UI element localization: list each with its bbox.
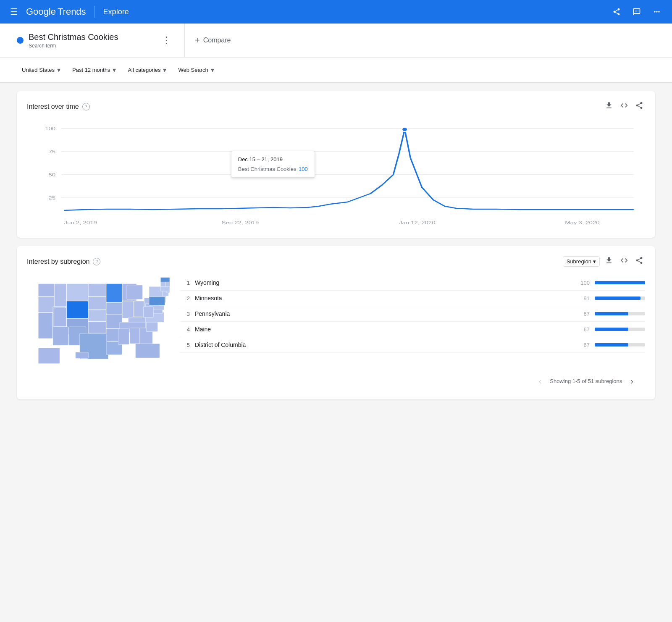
header-logo: Google Trends — [26, 6, 86, 17]
interest-by-subregion-card: Interest by subregion ? Subregion ▾ — [17, 246, 655, 399]
pagination-label: Showing 1-5 of 51 subregions — [550, 378, 622, 384]
time-chevron: ▾ — [113, 66, 116, 74]
svg-text:25: 25 — [48, 195, 55, 201]
card-header-subregion: Interest by subregion ? Subregion ▾ — [27, 255, 645, 268]
subregion-help-icon[interactable]: ? — [93, 258, 100, 265]
subregion-share-button[interactable] — [633, 255, 645, 268]
svg-rect-14 — [38, 297, 54, 312]
header-actions — [608, 3, 665, 20]
subregion-value: 91 — [573, 295, 590, 302]
svg-text:Jan 12, 2020: Jan 12, 2020 — [399, 220, 436, 226]
subregion-bar-container — [595, 312, 645, 315]
svg-rect-45 — [135, 344, 160, 358]
list-item: 4 Maine 67 — [180, 322, 645, 337]
compare-plus-icon: + — [195, 36, 200, 45]
header-divider — [94, 6, 95, 18]
svg-rect-36 — [127, 285, 142, 299]
apps-icon[interactable] — [648, 3, 665, 20]
list-item: 1 Wyoming 100 — [180, 275, 645, 291]
time-filter[interactable]: Past 12 months ▾ — [67, 63, 121, 77]
svg-text:Jun 2, 2019: Jun 2, 2019 — [64, 220, 97, 226]
svg-rect-62 — [76, 352, 89, 359]
subregion-list: 1 Wyoming 100 2 Minnesota 91 3 Pennsylva… — [180, 275, 645, 353]
svg-text:75: 75 — [48, 149, 55, 155]
search-area: Best Christmas Cookies Search term ⋮ + C… — [0, 24, 672, 58]
svg-text:50: 50 — [48, 172, 55, 178]
svg-rect-42 — [130, 328, 141, 344]
search-type-chevron: ▾ — [211, 66, 214, 74]
subregion-bar-container — [595, 281, 645, 284]
location-filter[interactable]: United States ▾ — [17, 63, 66, 77]
feedback-icon[interactable] — [628, 3, 645, 20]
subregion-name: Maine — [195, 326, 568, 333]
subregion-name: Wyoming — [195, 279, 568, 286]
svg-rect-26 — [88, 310, 106, 321]
svg-rect-21 — [54, 308, 66, 326]
card-header-interest: Interest over time ? — [27, 100, 645, 113]
more-options-button[interactable]: ⋮ — [158, 31, 174, 49]
svg-text:May 3, 2020: May 3, 2020 — [565, 220, 599, 226]
subregion-value: 67 — [573, 326, 590, 333]
subregion-dropdown-label: Subregion — [567, 258, 591, 265]
subregion-rank: 2 — [180, 295, 190, 302]
share-chart-button[interactable] — [633, 100, 645, 113]
svg-rect-13 — [38, 283, 54, 297]
chart-container: 100 75 50 25 Jun 2, 2019 Sep 22, 2019 Ja… — [27, 120, 645, 229]
subregion-bar-container — [595, 328, 645, 331]
category-label: All categories — [128, 67, 160, 73]
location-label: United States — [22, 67, 55, 73]
subregion-content: 1 Wyoming 100 2 Minnesota 91 3 Pennsylva… — [27, 275, 645, 368]
subregion-rank: 3 — [180, 311, 190, 317]
compare-button[interactable]: + Compare — [185, 24, 241, 57]
pagination-next-button[interactable]: › — [629, 375, 635, 388]
subregion-rank: 1 — [180, 280, 190, 286]
menu-icon[interactable]: ☰ — [7, 3, 21, 20]
interest-over-time-card: Interest over time ? — [17, 91, 655, 238]
search-type-filter[interactable]: Web Search ▾ — [173, 63, 219, 77]
svg-rect-38 — [134, 301, 144, 317]
subregion-dropdown-chevron: ▾ — [593, 258, 596, 265]
interest-over-time-title: Interest over time — [27, 103, 79, 110]
google-wordmark: Google — [26, 6, 56, 17]
embed-button[interactable] — [618, 100, 630, 113]
subregion-title: Interest by subregion — [27, 258, 89, 265]
subregion-dropdown[interactable]: Subregion ▾ — [563, 256, 600, 267]
compare-label: Compare — [203, 37, 231, 44]
subregion-rank: 4 — [180, 326, 190, 333]
pagination-prev-button[interactable]: ‹ — [537, 375, 543, 388]
us-map-container — [27, 275, 170, 368]
svg-rect-19 — [67, 301, 88, 318]
trends-wordmark: Trends — [58, 6, 86, 17]
subregion-embed-button[interactable] — [618, 255, 630, 268]
subregion-value: 67 — [573, 311, 590, 317]
share-icon[interactable] — [608, 3, 625, 20]
svg-rect-57 — [160, 286, 170, 291]
subregion-value: 67 — [573, 342, 590, 348]
svg-rect-46 — [146, 321, 158, 332]
svg-rect-60 — [160, 277, 170, 282]
subregion-name: District of Columbia — [195, 341, 568, 348]
svg-rect-17 — [54, 283, 66, 306]
svg-point-12 — [402, 127, 408, 131]
us-map-svg — [27, 275, 170, 367]
filters-row: United States ▾ Past 12 months ▾ All cat… — [0, 58, 672, 83]
header: ☰ Google Trends Explore — [0, 0, 672, 24]
search-row: Best Christmas Cookies Search term ⋮ + C… — [17, 24, 655, 57]
download-button[interactable] — [603, 100, 615, 113]
list-item: 5 District of Columbia 67 — [180, 337, 645, 353]
svg-rect-15 — [38, 313, 52, 339]
svg-rect-61 — [38, 348, 60, 363]
time-label: Past 12 months — [72, 67, 110, 73]
location-chevron: ▾ — [57, 66, 60, 74]
subregion-name: Pennsylvania — [195, 310, 568, 317]
category-chevron: ▾ — [163, 66, 166, 74]
interest-help-icon[interactable]: ? — [82, 103, 90, 110]
category-filter[interactable]: All categories ▾ — [123, 63, 171, 77]
subregion-bar-container — [595, 297, 645, 300]
card-title-row: Interest over time ? — [27, 103, 90, 110]
svg-text:100: 100 — [45, 126, 55, 131]
list-item: 3 Pennsylvania 67 — [180, 306, 645, 322]
svg-rect-27 — [88, 322, 106, 333]
subregion-download-button[interactable] — [603, 255, 615, 268]
search-type-label: Web Search — [178, 67, 208, 73]
